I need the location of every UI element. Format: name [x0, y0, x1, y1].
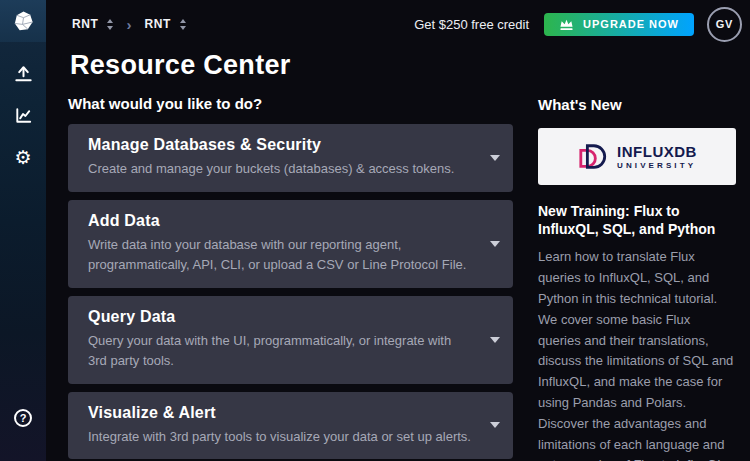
card-title: Visualize & Alert — [88, 404, 473, 422]
card-visualize-alert[interactable]: Visualize & Alert Integrate with 3rd par… — [68, 392, 513, 460]
university-wordmark: UNIVERSITY — [617, 162, 696, 170]
influxdb-university-banner[interactable]: INFLUXDB UNIVERSITY — [538, 128, 736, 185]
section-title: What would you like to do? — [68, 95, 513, 112]
app-root: ⚙ ? RNT › RNT Get $250 free credit — [0, 0, 750, 461]
chevron-down-icon — [490, 337, 500, 343]
whats-new-title: What's New — [538, 96, 736, 113]
sidebar-item-settings[interactable]: ⚙ — [0, 136, 46, 178]
card-title: Manage Databases & Security — [88, 136, 473, 154]
influxdb-university-logo-icon — [577, 142, 609, 172]
sidebar-bottom: ? — [0, 397, 46, 439]
question-mark-icon: ? — [14, 409, 32, 427]
card-query-data[interactable]: Query Data Query your data with the UI, … — [68, 296, 513, 384]
resource-cards-section: What would you like to do? Manage Databa… — [68, 95, 513, 461]
chevron-down-icon — [490, 155, 500, 161]
influxdata-logo-icon — [12, 10, 35, 33]
sidebar-item-data-explorer[interactable] — [0, 94, 46, 136]
card-manage-databases-security[interactable]: Manage Databases & Security Create and m… — [68, 124, 513, 192]
card-description: Write data into your database with our r… — [88, 235, 473, 276]
whats-new-panel: What's New INFLUXDB UNIVERSITY New Train… — [538, 96, 736, 461]
card-description: Create and manage your buckets (database… — [88, 159, 473, 180]
graph-icon — [13, 105, 34, 126]
gear-icon: ⚙ — [14, 148, 31, 167]
chevron-down-icon — [490, 422, 500, 428]
card-title: Query Data — [88, 308, 473, 326]
card-description: Integrate with 3rd party tools to visual… — [88, 427, 473, 448]
article-body: Learn how to translate Flux queries to I… — [538, 247, 736, 461]
main-content: Resource Center What would you like to d… — [46, 0, 750, 461]
card-title: Add Data — [88, 212, 473, 230]
article-title: New Training: Flux to InfluxQL, SQL, and… — [538, 202, 736, 238]
upload-icon — [13, 63, 34, 84]
influxdb-university-wordmark: INFLUXDB UNIVERSITY — [617, 144, 697, 170]
influxdb-wordmark: INFLUXDB — [617, 144, 697, 159]
card-add-data[interactable]: Add Data Write data into your database w… — [68, 200, 513, 288]
sidebar-item-load-data[interactable] — [0, 52, 46, 94]
sidebar-item-home[interactable] — [0, 0, 46, 42]
chevron-down-icon — [490, 241, 500, 247]
sidebar-nav: ⚙ — [0, 52, 46, 178]
sidebar-item-help[interactable]: ? — [0, 397, 46, 439]
page-title: Resource Center — [70, 50, 291, 81]
sidebar: ⚙ ? — [0, 0, 46, 461]
card-description: Query your data with the UI, programmati… — [88, 331, 473, 372]
